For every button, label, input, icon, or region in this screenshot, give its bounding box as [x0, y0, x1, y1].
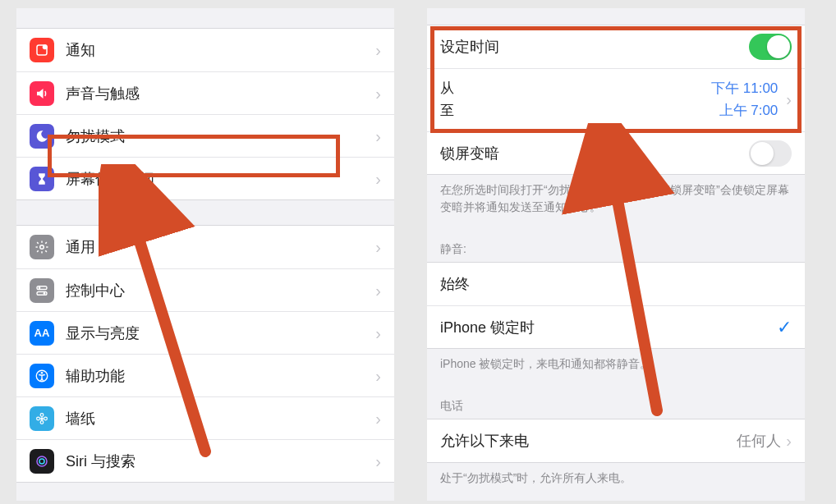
switches-icon	[30, 278, 54, 303]
settings-list-screen: 通知 声音与触感 勿扰模式 屏幕使用时间	[16, 8, 394, 501]
svg-point-2	[40, 245, 44, 250]
svg-point-13	[44, 417, 48, 420]
hourglass-icon	[30, 167, 54, 191]
svg-point-1	[43, 44, 48, 49]
row-wallpaper[interactable]: 墙纸	[16, 396, 394, 439]
chevron-right-icon	[375, 128, 381, 144]
svg-point-4	[39, 286, 41, 289]
svg-point-10	[40, 413, 44, 416]
dim-footer: 在您所选时间段打开“勿扰模式”。在此期间，“锁屏变暗”会使锁定屏幕变暗并将通知发…	[427, 175, 805, 227]
row-allow-calls[interactable]: 允许以下来电 任何人	[427, 419, 805, 462]
row-siri[interactable]: Siri 与搜索	[16, 439, 394, 482]
row-label: 始终	[440, 274, 792, 294]
svg-point-15	[39, 459, 44, 464]
chevron-right-icon	[375, 368, 381, 384]
chevron-right-icon	[375, 453, 381, 470]
svg-point-12	[37, 417, 40, 420]
row-control-center[interactable]: 控制中心	[16, 268, 394, 311]
moon-icon	[30, 124, 54, 149]
row-dnd[interactable]: 勿扰模式	[16, 114, 394, 157]
flower-icon	[30, 406, 54, 431]
chevron-right-icon	[375, 239, 381, 255]
row-display[interactable]: AA 显示与亮度	[16, 311, 394, 354]
row-accessibility[interactable]: 辅助功能	[16, 354, 394, 396]
chevron-right-icon	[375, 171, 381, 187]
notification-icon	[30, 38, 54, 62]
row-dim-lock[interactable]: 锁屏变暗	[427, 131, 805, 174]
row-sounds[interactable]: 声音与触感	[16, 71, 394, 114]
row-label: 锁屏变暗	[440, 144, 749, 163]
row-label: 允许以下来电	[440, 431, 737, 451]
svg-point-8	[41, 371, 44, 373]
accessibility-icon	[30, 364, 54, 388]
svg-point-6	[44, 292, 46, 295]
settings-group-1: 通知 声音与触感 勿扰模式 屏幕使用时间	[16, 28, 394, 200]
silence-header: 静音:	[427, 227, 805, 262]
row-label: 通用	[66, 237, 375, 257]
from-label: 从	[440, 77, 454, 99]
to-label: 至	[440, 99, 454, 121]
gear-icon	[30, 235, 54, 259]
row-label: 设定时间	[440, 37, 749, 57]
to-value: 上午 7:00	[719, 99, 779, 121]
row-general[interactable]: 通用	[16, 226, 394, 268]
row-label: Siri 与搜索	[66, 451, 375, 471]
row-label: 墙纸	[66, 409, 375, 428]
checkmark-icon: ✓	[777, 317, 792, 338]
row-label: 辅助功能	[66, 366, 375, 386]
row-label: 声音与触感	[66, 84, 375, 103]
chevron-right-icon	[375, 325, 381, 341]
schedule-section: 设定时间 从下午 11:00 至上午 7:00 锁屏变暗	[427, 25, 805, 175]
from-value: 下午 11:00	[711, 77, 778, 99]
sound-icon	[30, 81, 54, 106]
chevron-right-icon	[375, 410, 381, 427]
row-label: iPhone 锁定时	[440, 318, 777, 337]
row-notifications[interactable]: 通知	[16, 29, 394, 71]
chevron-right-icon	[786, 91, 792, 108]
row-schedule-times[interactable]: 从下午 11:00 至上午 7:00	[427, 68, 805, 131]
dim-toggle[interactable]	[749, 140, 792, 167]
row-label: 勿扰模式	[66, 126, 375, 146]
aa-icon: AA	[30, 321, 54, 346]
chevron-right-icon	[786, 433, 792, 449]
row-label: 控制中心	[66, 281, 375, 300]
chevron-right-icon	[375, 282, 381, 299]
allow-calls-footer: 处于“勿扰模式”时，允许所有人来电。	[427, 463, 805, 498]
silence-section: 始终 iPhone 锁定时 ✓	[427, 262, 805, 349]
allow-calls-value: 任何人	[737, 431, 781, 451]
svg-point-9	[40, 417, 44, 420]
phone-header: 电话	[427, 384, 805, 419]
row-screentime[interactable]: 屏幕使用时间	[16, 157, 394, 199]
chevron-right-icon	[375, 42, 381, 58]
settings-group-2: 通用 控制中心 AA 显示与亮度 辅助功能	[16, 225, 394, 483]
scheduled-toggle[interactable]	[749, 34, 792, 60]
phone-section: 允许以下来电 任何人	[427, 419, 805, 463]
row-label: 显示与亮度	[66, 323, 375, 343]
row-label: 通知	[66, 40, 375, 60]
row-label: 屏幕使用时间	[66, 169, 375, 189]
svg-point-14	[37, 456, 47, 466]
dnd-settings-screen: 设定时间 从下午 11:00 至上午 7:00 锁屏变暗 在您所选时间段打开“勿…	[427, 8, 805, 501]
siri-icon	[30, 449, 54, 474]
row-locked[interactable]: iPhone 锁定时 ✓	[427, 305, 805, 348]
row-always[interactable]: 始终	[427, 263, 805, 305]
chevron-right-icon	[375, 85, 381, 102]
silence-footer: iPhone 被锁定时，来电和通知都将静音。	[427, 349, 805, 384]
svg-point-11	[40, 420, 44, 424]
row-scheduled[interactable]: 设定时间	[427, 25, 805, 68]
